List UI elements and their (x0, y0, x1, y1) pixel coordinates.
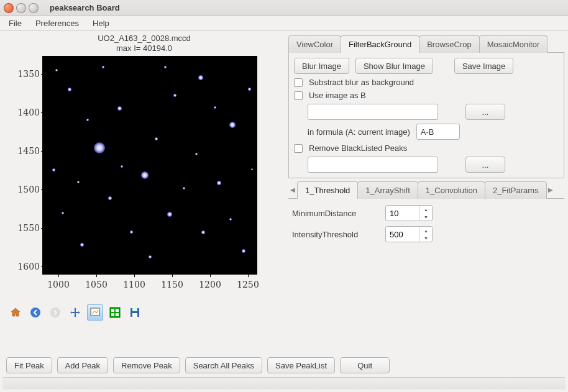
tab-threshold[interactable]: 1_Threshold (297, 181, 358, 199)
remove-blacklisted-label: Remove BlackListed Peaks (309, 144, 407, 153)
menubar: File Preferences Help (0, 16, 568, 31)
chevron-up-icon[interactable]: ▲ (420, 227, 432, 234)
svg-rect-7 (116, 313, 119, 316)
chevron-up-icon[interactable]: ▲ (420, 206, 432, 213)
remove-blacklisted-checkbox[interactable] (294, 144, 303, 153)
blacklist-path-input[interactable] (308, 157, 438, 173)
intensity-threshold-stepper[interactable]: ▲▼ (385, 226, 433, 242)
chevron-down-icon[interactable]: ▼ (420, 234, 432, 242)
menu-file[interactable]: File (4, 17, 27, 29)
xtick: 1250 (236, 280, 260, 289)
formula-label: in formula (A: current image) (308, 127, 410, 137)
ytick: 1600 (4, 262, 40, 271)
use-image-b-checkbox[interactable] (294, 91, 303, 100)
tab-viewcolor[interactable]: ViewColor (288, 35, 341, 53)
xtick: 1150 (160, 280, 185, 289)
search-all-peaks-button[interactable]: Search All Peaks (185, 357, 262, 373)
xtick: 1050 (84, 280, 109, 289)
chevron-down-icon[interactable]: ▼ (420, 213, 432, 221)
ytick: 1350 (4, 69, 40, 79)
plot-title: UO2_A163_2_0028.mccd max I= 40194.0 (4, 34, 285, 53)
filter-panel: Blur Image Show Blur Image Save Image Su… (288, 53, 564, 178)
tab-filterbackground[interactable]: FilterBackGround (341, 35, 419, 53)
tab-scroll-right-icon[interactable]: ► (546, 185, 555, 194)
ytick: 1450 (4, 146, 40, 156)
use-image-b-label: Use image as B (309, 91, 366, 100)
back-icon[interactable] (27, 304, 44, 321)
maximize-icon[interactable] (29, 3, 39, 13)
subplots-icon[interactable] (107, 304, 123, 321)
browse-blacklist-button[interactable]: ... (465, 157, 505, 173)
bottom-button-bar: Fit Peak Add Peak Remove Peak Search All… (0, 355, 568, 376)
zoom-icon[interactable] (87, 304, 103, 321)
add-peak-button[interactable]: Add Peak (57, 357, 108, 373)
image-b-path-input[interactable] (308, 104, 438, 120)
tab-convolution[interactable]: 1_Convolution (418, 181, 485, 199)
xtick: 1100 (122, 280, 147, 289)
ytick: 1500 (4, 185, 40, 194)
min-distance-label: MinimumDistance (292, 209, 379, 218)
show-blur-image-button[interactable]: Show Blur Image (355, 58, 433, 74)
plot-title-line1: UO2_A163_2_0028.mccd (4, 34, 285, 43)
svg-point-0 (30, 308, 40, 317)
tab-mosaicmonitor[interactable]: MosaicMonitor (479, 35, 548, 53)
pan-icon[interactable] (67, 304, 83, 321)
sub-tabbar: ◄ 1_Threshold 1_ArrayShift 1_Convolution… (288, 181, 564, 199)
browse-image-b-button[interactable]: ... (465, 104, 505, 120)
window-title: peaksearch Board (50, 3, 120, 12)
save-peaklist-button[interactable]: Save PeakList (267, 357, 335, 373)
tab-scroll-left-icon[interactable]: ◄ (288, 185, 297, 194)
fit-peak-button[interactable]: Fit Peak (6, 357, 52, 373)
intensity-threshold-label: IntensityThreshold (292, 230, 379, 239)
xtick: 1200 (198, 280, 222, 289)
plot-area[interactable]: UO2_A163_2_0028.mccd max I= 40194.0 (4, 35, 285, 302)
threshold-panel: MinimumDistance ▲▼ IntensityThreshold ▲▼ (288, 199, 564, 248)
quit-button[interactable]: Quit (340, 357, 390, 373)
save-image-button[interactable]: Save Image (454, 58, 513, 74)
save-icon[interactable] (127, 304, 143, 321)
forward-icon[interactable] (47, 304, 63, 321)
svg-rect-10 (132, 313, 137, 317)
statusbar (2, 377, 566, 390)
tab-browsecrop[interactable]: BrowseCrop (419, 35, 480, 53)
substract-blur-checkbox[interactable] (294, 78, 303, 87)
svg-rect-5 (116, 309, 119, 312)
menu-help[interactable]: Help (88, 17, 114, 29)
formula-input[interactable]: A-B (416, 124, 460, 140)
intensity-threshold-input[interactable] (386, 227, 419, 242)
xtick: 1000 (46, 280, 71, 289)
tab-arrayshift[interactable]: 1_ArrayShift (357, 181, 418, 199)
plot-canvas[interactable] (42, 56, 257, 275)
min-distance-input[interactable] (386, 206, 419, 221)
main-tabbar: ViewColor FilterBackGround BrowseCrop Mo… (288, 35, 564, 53)
close-icon[interactable] (4, 3, 14, 13)
svg-point-1 (50, 308, 60, 317)
menu-preferences[interactable]: Preferences (30, 17, 84, 29)
svg-rect-9 (132, 308, 137, 311)
ytick: 1400 (4, 107, 40, 117)
home-icon[interactable] (7, 304, 24, 321)
plot-title-line2: max I= 40194.0 (4, 43, 285, 53)
remove-peak-button[interactable]: Remove Peak (113, 357, 180, 373)
minimize-icon[interactable] (16, 3, 26, 13)
ytick: 1550 (4, 223, 40, 233)
plot-toolbar (4, 302, 285, 323)
blur-image-button[interactable]: Blur Image (294, 58, 349, 74)
substract-blur-label: Substract blur as background (309, 78, 414, 87)
min-distance-stepper[interactable]: ▲▼ (385, 205, 433, 221)
svg-rect-4 (111, 309, 114, 312)
svg-rect-6 (111, 313, 114, 316)
titlebar: peaksearch Board (0, 0, 568, 16)
tab-fitparams[interactable]: 2_FitParams (485, 181, 547, 199)
